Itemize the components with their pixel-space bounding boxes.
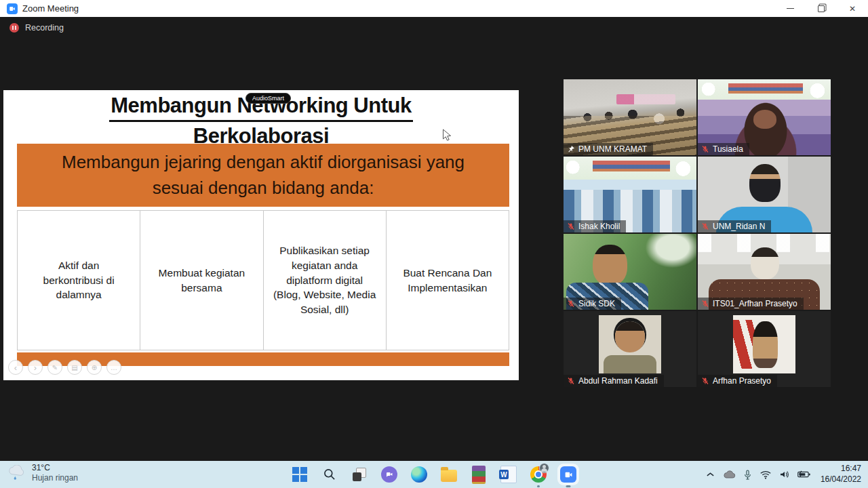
start-button[interactable]	[291, 466, 309, 483]
video-tile[interactable]: PM UNM KRAMAT	[564, 79, 696, 155]
avatar	[733, 315, 795, 373]
slide-table: Aktif dan berkontribusi di dalamnya Memb…	[17, 210, 509, 350]
video-tile[interactable]: Ishak Kholil	[564, 157, 696, 232]
audiosmart-overlay-badge: AudioSmart	[245, 93, 291, 104]
see-all-slides-button[interactable]	[67, 360, 82, 375]
avatar	[599, 315, 661, 373]
zoom-app-button[interactable]	[559, 466, 577, 483]
edge-icon	[411, 466, 427, 483]
zoom-app-icon	[7, 3, 18, 14]
winrar-button[interactable]	[470, 466, 488, 483]
slide-header-box: Membangun jejaring dengan aktif diorgani…	[17, 144, 509, 207]
clock-date: 16/04/2022	[821, 474, 861, 485]
chrome-icon	[530, 466, 547, 483]
video-tile[interactable]: ITS01_Arfhan Prasetyo	[698, 234, 831, 310]
previous-slide-button[interactable]	[8, 360, 23, 375]
weather-condition: Hujan ringan	[32, 473, 78, 483]
participant-name-label: Arfhan Prasetyo	[698, 375, 777, 387]
chat-icon	[381, 466, 397, 483]
more-options-button[interactable]	[106, 360, 121, 375]
task-view-icon	[353, 468, 366, 481]
edge-button[interactable]	[410, 466, 428, 483]
word-button[interactable]	[500, 466, 517, 483]
mic-muted-icon	[701, 300, 709, 308]
recording-label: Recording	[25, 23, 64, 33]
volume-icon[interactable]	[779, 470, 790, 479]
search-icon	[323, 468, 336, 481]
mic-muted-icon	[701, 145, 709, 153]
shared-screen-slide: Membangun Networking Untuk Berkolaborasi…	[3, 90, 519, 380]
slide-header-text: Membangun jejaring dengan aktif diorgani…	[17, 150, 509, 201]
microphone-icon[interactable]	[743, 469, 752, 481]
chat-button[interactable]	[380, 466, 398, 483]
window-titlebar: Zoom Meeting	[0, 0, 868, 17]
window-title: Zoom Meeting	[22, 3, 79, 14]
table-cell: Membuat kegiatan bersama	[140, 211, 262, 350]
participant-name-label: Ishak Kholil	[564, 220, 626, 232]
windows-logo-icon	[292, 467, 307, 482]
task-view-button[interactable]	[351, 466, 368, 483]
file-explorer-icon	[441, 470, 457, 482]
table-cell: Publikasikan setiap kegiatan anda diplat…	[263, 211, 386, 350]
wifi-icon[interactable]	[760, 470, 772, 479]
pen-tool-button[interactable]	[47, 360, 62, 375]
participant-name-label: Tusiaela	[698, 143, 749, 155]
word-icon	[500, 466, 517, 483]
chrome-profile-avatar	[539, 463, 549, 473]
clock-time: 16:47	[841, 464, 861, 474]
running-indicator	[566, 485, 571, 487]
mic-muted-icon	[567, 222, 575, 230]
hidden-icons-chevron-icon[interactable]	[706, 471, 715, 478]
weather-widget[interactable]: 31°C Hujan ringan	[7, 463, 78, 483]
next-slide-button[interactable]	[28, 360, 43, 375]
video-tile[interactable]: Abdul Rahman Kadafi	[564, 311, 696, 387]
search-button[interactable]	[321, 466, 338, 483]
zoom-slide-button[interactable]	[87, 360, 102, 375]
participant-gallery: PM UNM KRAMAT Tusiaela Ishak Kholil UNM_…	[564, 79, 831, 387]
zoom-icon	[560, 466, 576, 483]
slideshow-toolbar	[8, 360, 121, 375]
table-cell: Buat Rencana Dan Implementasikan	[386, 211, 509, 350]
mouse-cursor	[442, 129, 452, 144]
close-button[interactable]	[837, 0, 868, 17]
system-tray: 16:47 16/04/2022	[706, 461, 861, 488]
recording-indicator[interactable]: Recording	[9, 23, 64, 33]
participant-name-label: Sidik SDK	[564, 298, 621, 310]
mic-muted-icon	[567, 377, 575, 385]
mic-muted-icon	[701, 377, 709, 385]
mic-muted-icon	[567, 300, 575, 308]
winrar-icon	[472, 466, 486, 484]
file-explorer-button[interactable]	[440, 466, 458, 483]
table-cell: Aktif dan berkontribusi di dalamnya	[17, 211, 140, 350]
mic-muted-icon	[701, 222, 709, 230]
minimize-button[interactable]	[774, 0, 806, 17]
taskbar-clock[interactable]: 16:47 16/04/2022	[821, 464, 861, 485]
taskbar-apps	[291, 461, 577, 488]
restore-button[interactable]	[806, 0, 837, 17]
video-tile[interactable]: Arfhan Prasetyo	[698, 311, 831, 387]
windows-taskbar: 31°C Hujan ringan	[0, 461, 868, 488]
weather-temperature: 31°C	[32, 463, 78, 473]
video-tile[interactable]: Sidik SDK	[564, 234, 696, 310]
video-tile[interactable]: Tusiaela	[698, 79, 831, 155]
video-tile[interactable]: UNM_Ridan N	[698, 157, 831, 232]
recording-pause-stop-icon[interactable]	[9, 23, 19, 33]
onedrive-cloud-icon[interactable]	[722, 470, 736, 479]
running-indicator	[537, 485, 540, 487]
participant-name-label: PM UNM KRAMAT	[564, 143, 653, 155]
pinned-icon	[567, 145, 575, 153]
zoom-meeting-window: Zoom Meeting Recording Membangun Network…	[0, 0, 868, 488]
weather-rain-icon	[7, 465, 26, 481]
participant-name-label: Abdul Rahman Kadafi	[564, 375, 664, 387]
participant-name-label: ITS01_Arfhan Prasetyo	[698, 298, 804, 310]
battery-charging-icon[interactable]	[797, 470, 810, 479]
participant-name-label: UNM_Ridan N	[698, 220, 771, 232]
chrome-button[interactable]	[530, 466, 547, 483]
